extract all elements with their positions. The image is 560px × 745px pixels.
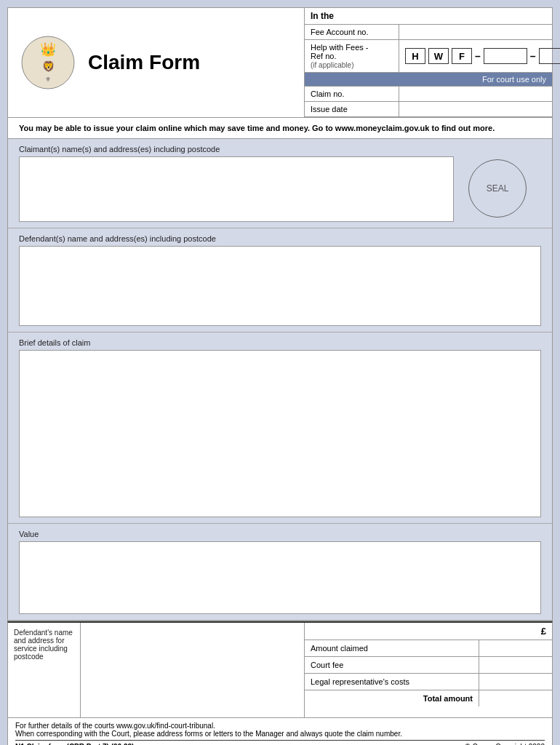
- claimant-content-area[interactable]: [19, 156, 454, 222]
- header-left: 👑 🦁 ⚜ Claim Form: [8, 8, 305, 117]
- claim-no-row: Claim no.: [305, 87, 552, 102]
- hwf-separator2: –: [530, 50, 536, 62]
- hwf-separator1: –: [475, 50, 481, 62]
- claimant-right: SEAL: [454, 145, 541, 222]
- hwf-f-box: F: [452, 48, 472, 64]
- hwf-sub-label: (if applicable): [311, 61, 353, 69]
- amount-claimed-row: Amount claimed: [305, 640, 552, 657]
- notice-section: You may be able to issue your claim onli…: [7, 118, 553, 139]
- legal-rep-label: Legal representative's costs: [305, 674, 479, 690]
- top-section: 👑 🦁 ⚜ Claim Form In the Fee Account no. …: [7, 7, 553, 118]
- court-fee-row: Court fee: [305, 657, 552, 674]
- claimant-left: Claimant(s) name(s) and address(es) incl…: [19, 145, 454, 222]
- issue-date-value[interactable]: [399, 102, 552, 116]
- value-content-area[interactable]: [19, 541, 541, 614]
- hwf-w-box: W: [428, 48, 449, 64]
- issue-date-label: Issue date: [305, 102, 399, 116]
- value-label: Value: [19, 530, 541, 538]
- defendant-content-area[interactable]: [19, 246, 541, 326]
- currency-symbol: £: [541, 626, 546, 637]
- page-wrapper: 👑 🦁 ⚜ Claim Form In the Fee Account no. …: [0, 0, 560, 745]
- defendant-address-col-label: Defendant's name and address for service…: [8, 623, 81, 717]
- defendant-section: Defendant(s) name and address(es) includ…: [8, 228, 552, 332]
- footer-bottom: N1 Claim form (CPR Part 7) (06.22) © Cro…: [15, 740, 545, 745]
- for-court-use-banner: For court use only: [305, 73, 552, 87]
- defendant-address-input[interactable]: [81, 623, 305, 717]
- coat-of-arms-icon: 👑 🦁 ⚜: [19, 33, 77, 92]
- fee-account-value[interactable]: [399, 25, 552, 39]
- hwf-input-area: H W F – –: [399, 40, 560, 72]
- total-label: Total amount: [305, 690, 479, 706]
- footer-section: For further details of the courts www.go…: [7, 718, 553, 745]
- total-value[interactable]: [479, 690, 552, 706]
- form-title: Claim Form: [88, 51, 200, 74]
- brief-details-section: Brief details of claim: [8, 332, 552, 524]
- amounts-col: £ Amount claimed Court fee Legal represe…: [305, 623, 552, 717]
- svg-text:🦁: 🦁: [42, 60, 55, 73]
- claim-no-label: Claim no.: [305, 87, 399, 101]
- amount-claimed-label: Amount claimed: [305, 640, 479, 656]
- svg-text:⚜: ⚜: [45, 76, 51, 83]
- footer-line2: When corresponding with the Court, pleas…: [15, 730, 545, 738]
- fee-account-row: Fee Account no.: [305, 25, 552, 40]
- value-section: Value: [8, 524, 552, 621]
- court-fee-label: Court fee: [305, 657, 479, 673]
- bottom-section: Defendant's name and address for service…: [7, 621, 553, 718]
- total-row: Total amount: [305, 690, 552, 706]
- main-form: Claimant(s) name(s) and address(es) incl…: [7, 139, 553, 621]
- hwf-h-box: H: [405, 48, 425, 64]
- seal-circle: SEAL: [468, 159, 527, 218]
- notice-text: You may be able to issue your claim onli…: [19, 124, 495, 132]
- svg-text:👑: 👑: [40, 41, 57, 57]
- claimant-label: Claimant(s) name(s) and address(es) incl…: [19, 145, 454, 154]
- claim-no-value[interactable]: [399, 87, 552, 101]
- amounts-currency-header: £: [305, 623, 552, 640]
- fee-account-label: Fee Account no.: [305, 25, 399, 39]
- brief-details-content-area[interactable]: [19, 350, 541, 517]
- hwf-label: Help with Fees -Ref no. (if applicable): [305, 40, 399, 72]
- defendant-label: Defendant(s) name and address(es) includ…: [19, 234, 541, 243]
- hwf-row: Help with Fees -Ref no. (if applicable) …: [305, 40, 552, 73]
- legal-rep-value[interactable]: [479, 674, 552, 690]
- hwf-input1[interactable]: [484, 48, 527, 64]
- claimant-section: Claimant(s) name(s) and address(es) incl…: [8, 139, 552, 228]
- brief-details-label: Brief details of claim: [19, 338, 541, 347]
- court-fee-value[interactable]: [479, 657, 552, 673]
- footer-line1: For further details of the courts www.go…: [15, 722, 545, 730]
- seal-text: SEAL: [487, 183, 509, 194]
- amount-claimed-value[interactable]: [479, 640, 552, 656]
- in-the-label: In the: [305, 8, 552, 25]
- issue-date-row: Issue date: [305, 102, 552, 117]
- legal-rep-row: Legal representative's costs: [305, 674, 552, 690]
- header-right: In the Fee Account no. Help with Fees -R…: [305, 8, 552, 117]
- hwf-input2[interactable]: [539, 48, 560, 64]
